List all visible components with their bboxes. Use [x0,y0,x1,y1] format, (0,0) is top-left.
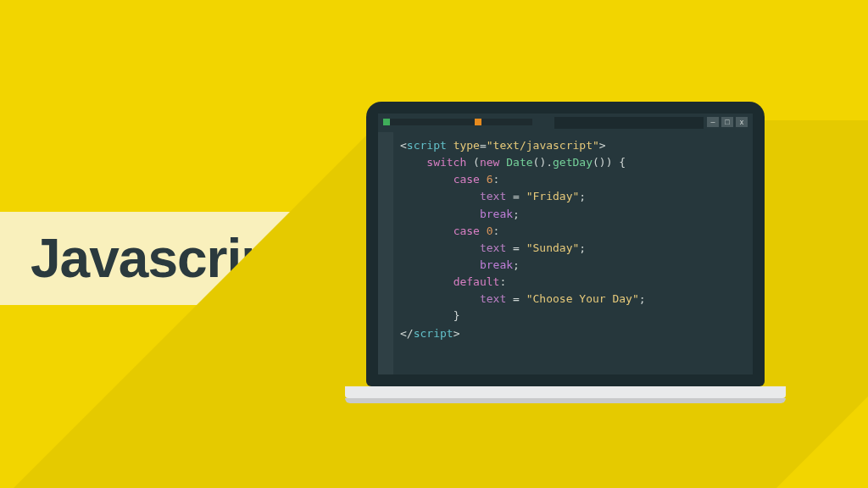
screen-bezel: – □ x <script type="text/javascript"> sw… [366,102,765,386]
laptop: – □ x <script type="text/javascript"> sw… [366,102,773,403]
code-block: <script type="text/javascript"> switch (… [400,137,646,342]
tab-indicator-icon [383,119,390,125]
editor-tabs [383,119,532,125]
tab-modified-icon [475,119,481,125]
address-bar[interactable] [554,117,704,129]
window-controls: – □ x [707,117,748,127]
tab-active[interactable] [390,119,475,125]
editor-gutter [378,132,393,374]
tab-secondary[interactable] [481,119,532,125]
minimize-button[interactable]: – [707,117,719,127]
laptop-base-edge [345,398,786,403]
close-button[interactable]: x [736,117,748,127]
laptop-body: – □ x <script type="text/javascript"> sw… [366,102,765,403]
laptop-base [345,386,786,398]
maximize-button[interactable]: □ [721,117,733,127]
editor-screen: – □ x <script type="text/javascript"> sw… [378,114,753,374]
